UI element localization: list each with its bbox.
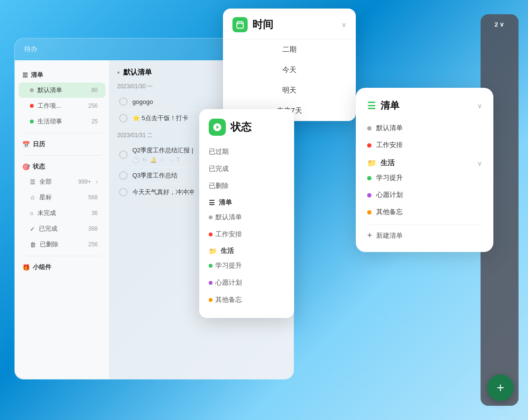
list-popup: ☰ 清单 ∨ 默认清单 工作安排 📁 生活 ∨ 学习提升 心愿计划 其他备忘 +… [356, 88, 493, 252]
status-deleted[interactable]: 已删除 [209, 177, 285, 195]
dot-other [209, 298, 213, 302]
right-panel-num: 2 ∨ [495, 21, 505, 28]
time-popup-title: 时间 [232, 17, 273, 32]
sidebar-item-completed[interactable]: ✓ 已完成 368 [19, 221, 105, 236]
life-section-chevron[interactable]: ∨ [477, 159, 482, 167]
time-popup: 时间 ∨ 二期 今天 明天 未来7天 [223, 9, 356, 121]
list-popup-chevron[interactable]: ∨ [477, 102, 482, 110]
dot-gray-1 [30, 88, 34, 92]
status-icon-sidebar: 🎯 [22, 163, 30, 170]
repeat-icon: ↻ [142, 157, 147, 163]
check-icon: ✓ [30, 225, 35, 233]
starred-label: 星标 [39, 193, 52, 202]
bullet-icon: • [117, 68, 120, 76]
dot-study [209, 264, 213, 268]
status-other-label: 其他备忘 [215, 296, 242, 304]
share-icon: → [168, 157, 174, 163]
time-chevron-icon[interactable]: ∨ [342, 21, 346, 28]
sidebar-item-deleted[interactable]: 🗑 已删除 256 [19, 237, 105, 252]
list-icon-sidebar: ☰ [22, 72, 28, 79]
task-circle-2 [119, 114, 128, 122]
circle-icon: ○ [30, 210, 34, 217]
folder-icon-status: 📁 [209, 247, 217, 255]
sidebar-item-incomplete[interactable]: ○ 未完成 36 [19, 205, 105, 221]
sidebar-divider-3 [22, 256, 102, 256]
list-popup-work[interactable]: 工作安排 [367, 137, 482, 154]
status-study[interactable]: 学习提升 [209, 257, 285, 274]
status-popup-icon [209, 119, 226, 136]
dot-popup-other [367, 210, 371, 215]
all-label: 全部 [39, 177, 52, 186]
list-popup-work-label: 工作安排 [376, 141, 403, 149]
list-popup-other[interactable]: 其他备忘 [367, 204, 482, 221]
sidebar-item-work[interactable]: 工作项... 256 [19, 98, 105, 113]
plus-icon: + [367, 231, 372, 241]
status-expired[interactable]: 已过期 [209, 143, 285, 160]
sidebar-item-life[interactable]: 生活琐事 25 [19, 114, 105, 129]
dot-popup-wish [367, 193, 371, 197]
status-completed[interactable]: 已完成 [209, 160, 285, 177]
status-other[interactable]: 其他备忘 [209, 291, 285, 308]
list-popup-wish[interactable]: 心愿计划 [367, 187, 482, 204]
task-label-5: 今天天气真好，冲冲冲 [132, 188, 194, 196]
add-list-button[interactable]: + 新建清单 [367, 224, 482, 241]
deleted-count: 256 [88, 241, 98, 248]
sidebar-divider-2 [22, 155, 102, 156]
status-wish[interactable]: 心愿计划 [209, 274, 285, 291]
sidebar-calendar-title: 📅 日历 [15, 137, 109, 151]
dot-work [209, 233, 213, 236]
sidebar: ☰ 清单 默认清单 80 工作项... 256 生活琐事 25 📅 [15, 60, 110, 380]
list-popup-icon: ☰ [367, 100, 376, 112]
time-item-tomorrow[interactable]: 明天 [223, 80, 356, 101]
list-popup-default[interactable]: 默认清单 [367, 120, 482, 137]
status-study-label: 学习提升 [215, 261, 242, 270]
all-count: 999+ [78, 178, 91, 185]
status-list-default[interactable]: 默认清单 [209, 209, 285, 226]
time-item-week[interactable]: 二期 [223, 39, 356, 60]
sidebar-item-all[interactable]: ☰ 全部 999+ › [19, 174, 105, 189]
clock-icon: 🕐 [132, 157, 139, 163]
life-section-title: 📁 生活 [367, 159, 395, 168]
status-list-section: ☰ 清单 [209, 195, 285, 209]
arrow-icon: › [96, 178, 98, 185]
time-popup-header: 时间 ∨ [223, 9, 356, 39]
dot-red-1 [30, 104, 34, 108]
list-popup-title: ☰ 清单 [367, 99, 399, 112]
status-list-work-label: 工作安排 [215, 230, 242, 239]
deleted-label: 已删除 [40, 240, 58, 249]
list-popup-study[interactable]: 学习提升 [367, 169, 482, 187]
widget-icon: 🎁 [22, 264, 30, 271]
sidebar-status-title: 🎯 状态 [15, 159, 109, 174]
dot-wish [209, 281, 213, 285]
svg-rect-0 [237, 22, 243, 28]
app-header-label: 待办 [24, 45, 37, 53]
fab-add-button[interactable]: + [487, 374, 514, 401]
incomplete-label: 未完成 [37, 209, 56, 217]
all-icon: ☰ [30, 178, 36, 186]
status-list-work[interactable]: 工作安排 [209, 226, 285, 243]
sidebar-item-starred[interactable]: ☆ 星标 568 [19, 190, 105, 205]
star-icon: ☆ [30, 194, 36, 201]
sidebar-item-default-list[interactable]: 默认清单 80 [19, 83, 105, 98]
dot-popup-default [367, 126, 371, 131]
trash-icon: 🗑 [30, 241, 36, 248]
sidebar-count-2: 256 [88, 103, 98, 109]
dot-green-1 [30, 120, 34, 123]
sidebar-divider-1 [22, 133, 102, 133]
status-popup: 状态 已过期 已完成 已删除 ☰ 清单 默认清单 工作安排 📁 生活 学习提升 … [199, 109, 294, 318]
task-label-1: gogogo [132, 98, 153, 105]
add-list-label: 新建清单 [376, 232, 403, 240]
bell-icon: 🔔 [150, 157, 157, 163]
list-popup-wish-label: 心愿计划 [376, 191, 403, 199]
folder-icon-list: 📁 [367, 159, 377, 168]
calendar-icon: 📅 [22, 141, 30, 148]
starred-count: 568 [88, 194, 98, 201]
status-wish-label: 心愿计划 [215, 279, 242, 287]
task-circle-1 [119, 97, 128, 106]
time-item-today[interactable]: 今天 [223, 60, 356, 80]
task-circle-3 [119, 150, 128, 159]
sidebar-widget-title: 🎁 小组件 [15, 260, 109, 274]
sidebar-item-label-3: 生活琐事 [37, 117, 62, 126]
main-list-title: 默认清单 [123, 68, 152, 77]
list-popup-life-section: 📁 生活 ∨ [367, 154, 482, 169]
